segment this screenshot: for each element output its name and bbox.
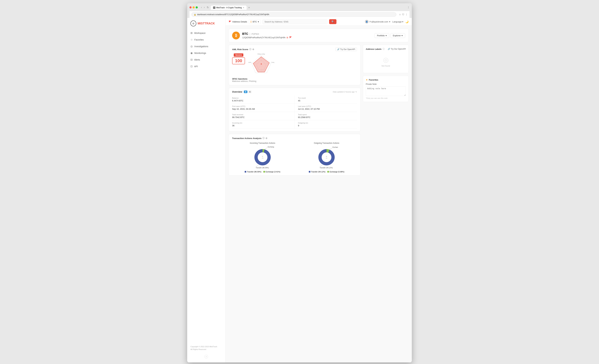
incoming-transfer-legend: Transfer (96.59%): [245, 171, 261, 173]
chain-selector[interactable]: ₿ BTC ▾: [249, 19, 261, 24]
overview-item: Total received 99.7042 BTC: [232, 112, 295, 120]
overview-field-label: Txs count: [298, 97, 357, 99]
search-input[interactable]: [262, 19, 327, 24]
exchange-dot: [263, 171, 265, 173]
outgoing-chart-section: Outgoing Transaction Actions: [296, 142, 357, 173]
sidebar-item-api[interactable]: ⊡ API: [187, 63, 225, 70]
extensions-icon[interactable]: ⋮: [407, 6, 410, 9]
svg-text:Transfer (96.59%): Transfer (96.59%): [256, 167, 269, 169]
tx-info-icon[interactable]: ⓘ: [262, 137, 264, 140]
investigations-icon: ◎: [190, 45, 193, 48]
data-updated: Data updated 2 hour(s) ago ↻: [333, 91, 357, 93]
forward-button[interactable]: ›: [203, 6, 205, 9]
aml-info-icon[interactable]: ⓘ: [249, 48, 251, 51]
outgoing-pie-container: Exchange (5.88%) Transfer (94.12%) ⊙ mtt: [315, 146, 338, 169]
risk-score-value: 100: [232, 57, 245, 64]
overview-title: Overview: [232, 90, 242, 93]
sidebar: ⊙ MISTTRACK ⊞ Workspace☆ Favorites◎ Inve…: [187, 18, 225, 362]
outgoing-legend: Transfer (94.12%) Exchange (5.88%): [309, 171, 344, 173]
page-content: ₿ BTC | P2PKH 12QtD5BFwRsdNsAZY76UVE1xyC…: [225, 26, 412, 179]
labels-try-api-label: Try Our OpenAPI: [391, 48, 406, 50]
refresh-icon[interactable]: ↻: [355, 91, 357, 93]
overview-field-label: Balance: [232, 97, 291, 99]
outgoing-exchange-label: Exchange (5.88%): [330, 171, 344, 173]
tx-settings-icon[interactable]: ⚙: [265, 137, 267, 140]
favorites-header: ★ Favorites: [366, 79, 406, 81]
api-link-icon: 🔗: [337, 48, 340, 51]
svg-text:Transfer (94.12%): Transfer (94.12%): [320, 167, 333, 169]
right-column: Address Labels ⓘ 🔗 Try Our OpenAPI ◎ Not…: [363, 45, 409, 176]
overview-item: First seen (UTC) Sep 10, 2015, 04:26 AM: [232, 104, 295, 112]
alerts-icon: ⊟: [190, 58, 193, 61]
badge-btc[interactable]: B: [244, 90, 247, 93]
portfolio-button[interactable]: Portfolio ▾: [375, 33, 389, 38]
sidebar-item-favorites[interactable]: ☆ Favorites: [187, 36, 225, 43]
aml-card-title: AML Risk Score ⓘ ⚙ 🔗 Try Our OpenAPI: [232, 47, 357, 51]
btc-logo: ₿: [232, 32, 240, 39]
not-found-container: ◎ Not found: [366, 53, 406, 70]
svg-point-14: [258, 152, 267, 162]
outgoing-pie-svg: Exchange (5.88%) Transfer (94.12%) ⊙ mtt: [315, 146, 338, 169]
svg-point-9: [261, 63, 262, 64]
favorites-card: ★ Favorites Private Note: Adding note he…: [363, 76, 409, 102]
back-button[interactable]: ‹: [200, 6, 203, 9]
aml-try-api-button[interactable]: 🔗 Try Our OpenAPI: [335, 47, 357, 51]
browser-tab[interactable]: M MistTrack - A Crypto Tracking ✕: [211, 6, 247, 10]
aml-card: AML Risk Score ⓘ ⚙ 🔗 Try Our OpenAPI Sev…: [229, 45, 360, 85]
breadcrumb-text: Address Details: [232, 20, 247, 23]
maximize-button[interactable]: [196, 6, 198, 9]
reload-button[interactable]: ↻: [206, 6, 210, 9]
new-tab-button[interactable]: +: [247, 6, 251, 9]
address-bar[interactable]: 🔒 dashboard.misttrack.io/address/BTC/12Q…: [191, 12, 396, 17]
bookmark-icon[interactable]: ☆: [399, 13, 401, 16]
sidebar-item-label-investigations: Investigations: [194, 45, 208, 48]
labels-info-icon[interactable]: ⓘ: [382, 47, 385, 51]
sidebar-item-investigations[interactable]: ◎ Investigations: [187, 43, 225, 50]
outgoing-transfer-dot: [309, 171, 310, 173]
tx-charts: Incoming Transaction Actions: [232, 142, 357, 173]
overview-field-label: Outgoing txn: [298, 122, 357, 124]
action-buttons: Portfolio ▾ Explorer ▾: [375, 33, 405, 38]
overview-field-value: Jul 13, 2022, 07:10 PM: [298, 108, 357, 110]
portfolio-chevron-icon: ▾: [386, 34, 387, 37]
sidebar-item-label-alerts: Alerts: [194, 58, 200, 61]
user-avatar: 👤: [365, 20, 369, 23]
svg-text:Suspicious txn: Suspicious txn: [271, 62, 274, 63]
explorer-button[interactable]: Explorer ▾: [390, 33, 405, 38]
search-button[interactable]: 🔍: [329, 19, 336, 24]
menu-icon[interactable]: ⋮: [405, 13, 408, 16]
not-found-icon: ◎: [383, 56, 389, 63]
tab-close-button[interactable]: ✕: [243, 7, 244, 9]
private-note-label: Private Note:: [366, 83, 406, 85]
svg-text:Exchange (3.41%): Exchange (3.41%): [268, 146, 274, 148]
sidebar-item-alerts[interactable]: ⊟ Alerts: [187, 56, 225, 63]
close-button[interactable]: [189, 6, 192, 9]
svg-text:Exchange (5.88%): Exchange (5.88%): [333, 146, 338, 148]
transfer-dot: [245, 171, 246, 173]
outgoing-transfer-legend: Transfer (94.12%): [309, 171, 325, 173]
chain-chevron-icon: ▾: [258, 20, 259, 23]
incoming-exchange-legend: Exchange (3.41%): [263, 171, 281, 173]
svg-text:Risky entity: Risky entity: [257, 53, 265, 55]
private-note-textarea[interactable]: Adding note here: [366, 86, 406, 96]
sidebar-item-workspace[interactable]: ⊞ Workspace: [187, 30, 225, 36]
shield-icon[interactable]: 🛡: [402, 13, 404, 16]
favorites-title: Favorites: [369, 79, 378, 81]
sidebar-item-monitorings[interactable]: ◉ Monitorings: [187, 50, 225, 56]
svg-point-22: [322, 152, 331, 162]
header-right: 👤 l*c@quicknode.com ▾ Language ▾ 🌙: [365, 20, 409, 23]
overview-field-label: Total spent: [298, 114, 357, 115]
aml-settings-icon[interactable]: ⚙: [252, 48, 254, 51]
collapse-sidebar-button[interactable]: ‹: [204, 355, 208, 358]
badge-usd[interactable]: $: [248, 90, 251, 93]
overview-field-value: 36: [232, 124, 291, 127]
minimize-button[interactable]: [193, 6, 195, 9]
sidebar-item-label-favorites: Favorites: [194, 38, 204, 41]
labels-try-api-button[interactable]: 🔗 Try Our OpenAPI: [388, 48, 406, 50]
nav-menu: ⊞ Workspace☆ Favorites◎ Investigations◉ …: [187, 30, 225, 70]
dark-mode-toggle[interactable]: 🌙: [405, 20, 409, 23]
language-button[interactable]: Language ▾: [392, 20, 403, 23]
user-menu[interactable]: 👤 l*c@quicknode.com ▾: [365, 20, 390, 23]
overview-field-label: Incoming txn: [232, 122, 291, 124]
radar-chart: Risky entity Hacking event Suspicious tx…: [248, 53, 357, 76]
